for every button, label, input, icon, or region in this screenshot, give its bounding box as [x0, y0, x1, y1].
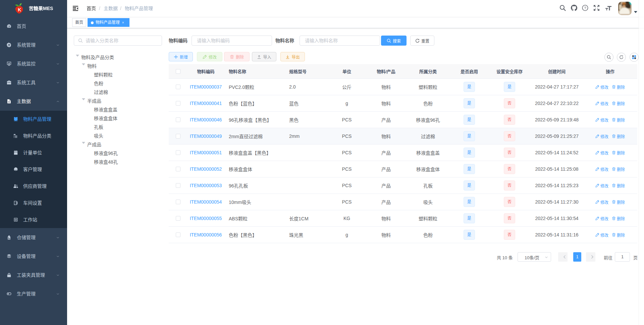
svg-text:K: K [18, 7, 21, 12]
svg-text:?: ? [584, 6, 586, 10]
